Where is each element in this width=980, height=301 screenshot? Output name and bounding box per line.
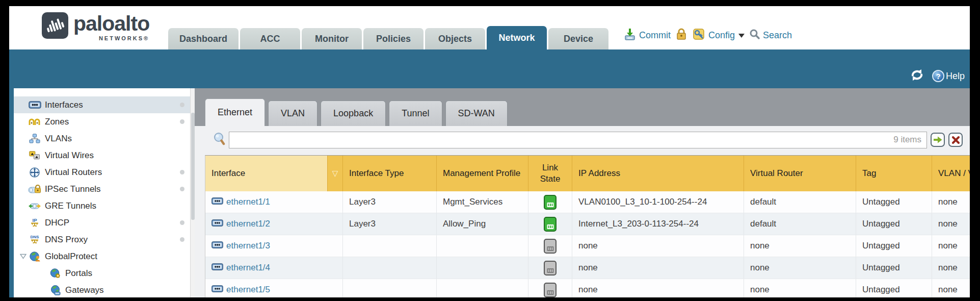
- sidebar-item-label: DNS Proxy: [45, 235, 180, 245]
- column-header-management-profile[interactable]: Management Profile: [437, 156, 528, 191]
- interface-link[interactable]: ethernet1/1: [226, 197, 270, 207]
- main-nav-tabs: Dashboard ACC Monitor Policies Objects N…: [168, 26, 608, 49]
- table-row[interactable]: ethernet1/4 none none Untagged none: [205, 257, 970, 279]
- interface-link[interactable]: ethernet1/5: [226, 285, 270, 295]
- sidebar-item-label: Gateways: [65, 285, 195, 295]
- management-profile-cell: [437, 235, 528, 257]
- ethernet-interface-icon: [211, 263, 223, 273]
- paloalto-logo-icon: [42, 12, 68, 39]
- items-count: 9 items: [893, 135, 921, 145]
- ipsec-tunnels-icon: [28, 185, 41, 194]
- sidebar-item-gre-tunnels[interactable]: GRE Tunnels: [14, 197, 195, 214]
- config-dropdown[interactable]: Config: [692, 28, 745, 43]
- column-header-interface-type[interactable]: Interface Type: [343, 156, 437, 191]
- sidebar-scrollbar[interactable]: [190, 88, 195, 297]
- tag-cell: Untagged: [856, 257, 932, 279]
- status-dot: [180, 187, 184, 191]
- vlan-virtual-wire-cell: none: [932, 191, 970, 213]
- sidebar-item-virtual-wires[interactable]: Virtual Wires: [14, 147, 195, 164]
- config-label: Config: [708, 30, 735, 41]
- tab-monitor[interactable]: Monitor: [302, 28, 362, 49]
- zones-icon: [28, 117, 41, 126]
- help-label: Help: [946, 71, 965, 82]
- tab-policies[interactable]: Policies: [363, 28, 423, 49]
- interface-link[interactable]: ethernet1/3: [226, 241, 270, 251]
- vlan-virtual-wire-cell: none: [932, 213, 970, 235]
- column-header-interface[interactable]: Interface: [205, 156, 328, 191]
- network-sidebar: Interfaces Zones VLANs Vir: [14, 88, 195, 297]
- app-window: paloalto NETWORKS® Dashboard ACC Monitor…: [9, 6, 970, 297]
- scrollbar-thumb[interactable]: [191, 113, 195, 220]
- clear-filter-button[interactable]: [948, 133, 963, 147]
- column-header-virtual-router[interactable]: Virtual Router: [744, 156, 856, 191]
- ip-address-cell: none: [572, 279, 744, 297]
- tab-network[interactable]: Network: [487, 26, 547, 49]
- column-header-link-state[interactable]: Link State: [528, 156, 572, 191]
- sidebar-item-interfaces[interactable]: Interfaces: [14, 96, 195, 113]
- lock-icon[interactable]: [675, 28, 687, 43]
- virtual-router-cell: none: [744, 235, 856, 257]
- sidebar-item-portals[interactable]: Portals: [14, 265, 195, 282]
- column-header-tag[interactable]: Tag: [856, 156, 932, 191]
- management-profile-cell: [437, 257, 528, 279]
- sidebar-item-globalprotect[interactable]: GlobalProtect: [14, 248, 195, 265]
- tag-cell: Untagged: [856, 191, 932, 213]
- link-state-up-icon: [544, 195, 557, 210]
- top-actions: Commit Config: [623, 28, 792, 43]
- secondary-bar: ? Help: [9, 49, 970, 88]
- ethernet-tab-body: 9 items Interface ▽ Interface Type Manag…: [195, 126, 970, 297]
- sidebar-item-label: GRE Tunnels: [45, 201, 195, 211]
- ethernet-interface-icon: [211, 241, 223, 251]
- help-button[interactable]: ? Help: [932, 70, 965, 82]
- tag-cell: Untagged: [856, 213, 932, 235]
- tab-sdwan[interactable]: SD-WAN: [445, 101, 508, 126]
- tag-cell: Untagged: [856, 279, 932, 297]
- tab-loopback[interactable]: Loopback: [321, 101, 386, 126]
- gateways-icon: [48, 285, 62, 295]
- sidebar-item-zones[interactable]: Zones: [14, 113, 195, 130]
- tab-dashboard[interactable]: Dashboard: [168, 28, 239, 49]
- interface-type-cell: [343, 257, 437, 279]
- ethernet-interface-icon: [211, 197, 223, 207]
- table-row[interactable]: ethernet1/2 Layer3 Allow_Ping Internet_L…: [205, 213, 970, 235]
- table-header-row: Interface ▽ Interface Type Management Pr…: [205, 156, 970, 191]
- interfaces-table: Interface ▽ Interface Type Management Pr…: [205, 155, 970, 297]
- column-header-ip-address[interactable]: IP Address: [572, 156, 744, 191]
- table-row[interactable]: ethernet1/1 Layer3 Mgmt_Services VLAN010…: [205, 191, 970, 213]
- sidebar-item-dns-proxy[interactable]: DNS DNS Proxy: [14, 231, 195, 248]
- sidebar-item-virtual-routers[interactable]: Virtual Routers: [14, 164, 195, 181]
- virtual-wires-icon: [28, 151, 41, 160]
- commit-button[interactable]: Commit: [623, 28, 671, 43]
- virtual-router-cell: none: [744, 279, 856, 297]
- table-row[interactable]: ethernet1/5 none none Untagged none: [205, 279, 970, 297]
- tab-acc[interactable]: ACC: [240, 28, 300, 49]
- interface-cell: ethernet1/4: [205, 257, 343, 279]
- filter-input[interactable]: [234, 135, 893, 144]
- sidebar-item-vlans[interactable]: VLANs: [14, 130, 195, 147]
- apply-filter-button[interactable]: [931, 133, 945, 147]
- ethernet-interface-icon: [211, 285, 223, 295]
- table-row[interactable]: ethernet1/3 none none Untagged none: [205, 235, 970, 257]
- interface-type-cell: Layer3: [343, 213, 437, 235]
- column-sort-dropdown[interactable]: ▽: [328, 156, 343, 191]
- link-state-down-icon: [544, 261, 557, 275]
- sidebar-item-gateways[interactable]: Gateways: [14, 282, 195, 297]
- sidebar-item-ipsec-tunnels[interactable]: IPSec Tunnels: [14, 181, 195, 197]
- expand-caret-icon[interactable]: [18, 254, 28, 259]
- search-button[interactable]: Search: [749, 29, 792, 42]
- refresh-icon[interactable]: [910, 69, 924, 83]
- column-header-vlan-virtual-wire[interactable]: VLAN / Virtual Wire: [932, 156, 970, 191]
- tab-objects[interactable]: Objects: [425, 28, 485, 49]
- sidebar-item-label: Virtual Routers: [45, 167, 180, 178]
- management-profile-cell: Mgmt_Services: [437, 191, 528, 213]
- tab-tunnel[interactable]: Tunnel: [389, 101, 442, 126]
- tab-device[interactable]: Device: [548, 28, 608, 49]
- tab-vlan[interactable]: VLAN: [268, 101, 317, 126]
- link-state-cell: [528, 191, 572, 213]
- interface-link[interactable]: ethernet1/4: [226, 263, 270, 273]
- tab-ethernet[interactable]: Ethernet: [205, 98, 265, 126]
- sidebar-item-dhcp[interactable]: IP DHCP: [14, 214, 195, 231]
- link-state-cell: [528, 279, 572, 297]
- interface-link[interactable]: ethernet1/2: [226, 219, 270, 229]
- sidebar-item-label: Zones: [45, 117, 180, 127]
